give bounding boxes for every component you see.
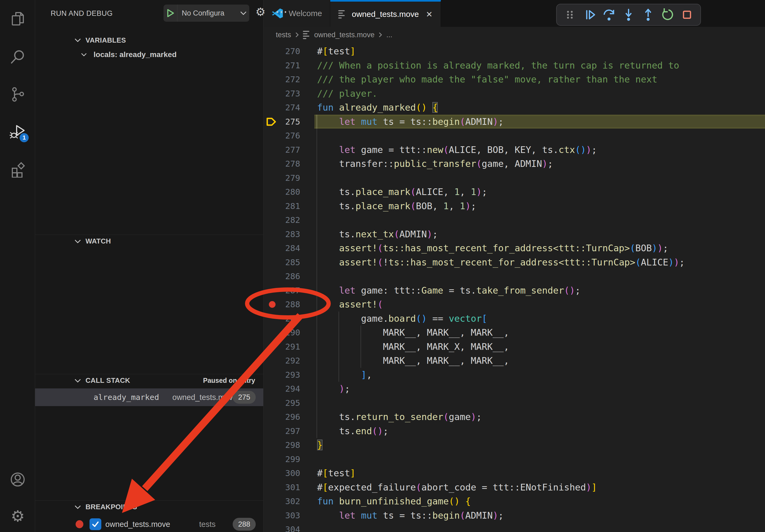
line-number[interactable]: 279 [264, 171, 300, 185]
gutter[interactable]: 299 [264, 452, 317, 466]
gutter[interactable]: 303 [264, 508, 317, 523]
line-number[interactable]: 293 [264, 368, 300, 382]
variables-scope-row[interactable]: locals: already_marked [35, 48, 263, 62]
line-number[interactable]: 291 [264, 340, 300, 354]
line-number[interactable]: 298 [264, 438, 300, 452]
line-number[interactable]: 292 [264, 354, 300, 368]
line-number[interactable]: 272 [264, 72, 300, 87]
gutter[interactable]: 291 [264, 340, 317, 354]
step-out-icon[interactable] [641, 8, 655, 22]
explorer-icon[interactable] [9, 10, 27, 28]
line-number[interactable]: 283 [264, 227, 300, 241]
call-stack-frame-row[interactable]: already_marked owned_tests.move 275 [35, 389, 263, 406]
section-watch[interactable]: WATCH [35, 235, 263, 247]
restart-icon[interactable] [660, 8, 674, 22]
debug-settings-gear-icon[interactable]: ⚙ [256, 6, 266, 18]
line-number[interactable]: 271 [264, 58, 300, 73]
line-number[interactable]: 273 [264, 87, 300, 101]
gutter[interactable]: 301 [264, 480, 317, 494]
gutter[interactable]: 295 [264, 396, 317, 410]
line-number[interactable]: 296 [264, 410, 300, 424]
gutter[interactable]: 273 [264, 87, 317, 101]
line-number[interactable]: 281 [264, 199, 300, 213]
tab-owned-tests-move[interactable]: owned_tests.move ✕ [330, 0, 441, 27]
continue-icon[interactable] [583, 8, 597, 22]
step-over-icon[interactable] [602, 8, 616, 22]
extensions-icon[interactable] [9, 160, 27, 178]
section-variables[interactable]: VARIABLES [35, 34, 263, 47]
source-control-icon[interactable] [9, 86, 27, 103]
gutter[interactable]: 297 [264, 424, 317, 438]
line-number[interactable]: 276 [264, 129, 300, 143]
gutter[interactable]: 288 [264, 297, 317, 312]
tab-welcome[interactable]: Welcome [264, 0, 330, 27]
line-number[interactable]: 284 [264, 241, 300, 255]
gutter[interactable]: 281 [264, 199, 317, 213]
gutter[interactable]: 282 [264, 213, 317, 227]
account-icon[interactable] [9, 471, 27, 488]
line-number[interactable]: 285 [264, 255, 300, 269]
line-number[interactable]: 301 [264, 480, 300, 494]
gutter[interactable]: 298 [264, 438, 317, 452]
line-number[interactable]: 288 [264, 297, 300, 312]
breadcrumb-folder[interactable]: tests [276, 31, 291, 39]
gutter[interactable]: 270 [264, 44, 317, 58]
gutter[interactable]: 289 [264, 312, 317, 326]
gutter[interactable]: 290 [264, 326, 317, 340]
section-call-stack[interactable]: CALL STACK Paused on entry [35, 374, 263, 387]
line-number[interactable]: 289 [264, 312, 300, 326]
gutter[interactable]: 294 [264, 382, 317, 396]
gutter[interactable]: 304 [264, 522, 317, 532]
line-number[interactable]: 282 [264, 213, 300, 227]
run-debug-icon[interactable]: 1 [9, 123, 27, 140]
line-number[interactable]: 303 [264, 508, 300, 523]
line-number[interactable]: 274 [264, 101, 300, 115]
gutter[interactable]: 293 [264, 368, 317, 382]
gutter[interactable]: 279 [264, 171, 317, 185]
line-number[interactable]: 286 [264, 269, 300, 283]
line-number[interactable]: 300 [264, 466, 300, 480]
line-number[interactable]: 275 [264, 115, 300, 129]
line-number[interactable]: 277 [264, 143, 300, 157]
gutter[interactable]: 302 [264, 494, 317, 508]
line-number[interactable]: 295 [264, 396, 300, 410]
more-actions-icon[interactable]: ⋯ [275, 4, 288, 19]
breadcrumb-symbol[interactable]: ... [386, 31, 392, 39]
line-number[interactable]: 287 [264, 283, 300, 298]
gutter[interactable]: 283 [264, 227, 317, 241]
line-number[interactable]: 299 [264, 452, 300, 466]
gutter[interactable]: 275 [264, 115, 317, 129]
debug-config-dropdown[interactable]: No Configura [164, 5, 249, 22]
line-number[interactable]: 290 [264, 326, 300, 340]
gutter[interactable]: 276 [264, 129, 317, 143]
gutter[interactable]: 292 [264, 354, 317, 368]
gutter[interactable]: 274 [264, 101, 317, 115]
gutter[interactable]: 271 [264, 58, 317, 73]
line-number[interactable]: 304 [264, 522, 300, 532]
line-number[interactable]: 294 [264, 382, 300, 396]
toolbar-drag-grip-icon[interactable] [563, 8, 577, 22]
gutter[interactable]: 284 [264, 241, 317, 255]
step-into-icon[interactable] [622, 8, 635, 22]
gutter[interactable]: 296 [264, 410, 317, 424]
close-icon[interactable]: ✕ [426, 10, 432, 19]
breakpoint-list-row[interactable]: owned_tests.move tests 288 [35, 516, 263, 532]
stop-icon[interactable] [680, 8, 694, 22]
gutter[interactable]: 287 [264, 283, 317, 298]
gutter[interactable]: 280 [264, 185, 317, 199]
start-debug-icon[interactable] [164, 5, 178, 22]
line-number[interactable]: 278 [264, 157, 300, 171]
line-number[interactable]: 297 [264, 424, 300, 438]
breakpoint-checkbox[interactable] [90, 518, 101, 530]
line-number[interactable]: 302 [264, 494, 300, 508]
gutter[interactable]: 272 [264, 72, 317, 87]
settings-gear-icon[interactable]: ⚙ [9, 507, 27, 525]
line-number[interactable]: 280 [264, 185, 300, 199]
search-icon[interactable] [9, 48, 27, 66]
gutter[interactable]: 277 [264, 143, 317, 157]
gutter[interactable]: 286 [264, 269, 317, 283]
breadcrumb-file[interactable]: owned_tests.move [314, 31, 375, 39]
line-number[interactable]: 270 [264, 44, 300, 58]
gutter[interactable]: 278 [264, 157, 317, 171]
section-breakpoints[interactable]: BREAKPOINTS [35, 500, 263, 513]
